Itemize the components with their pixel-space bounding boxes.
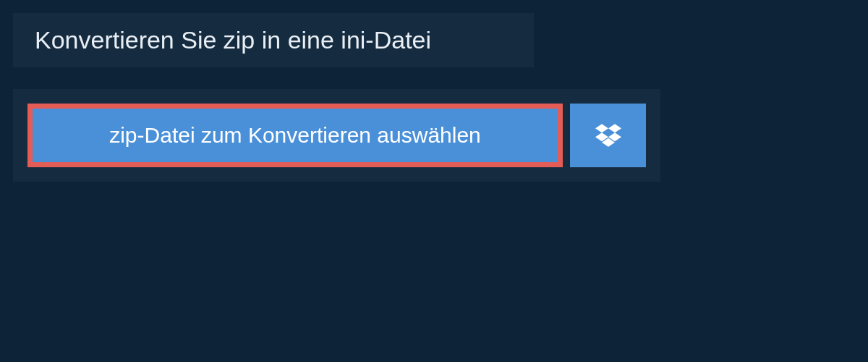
select-file-label: zip-Datei zum Konvertieren auswählen xyxy=(109,123,481,148)
select-file-button[interactable]: zip-Datei zum Konvertieren auswählen xyxy=(27,104,563,167)
dropbox-icon xyxy=(595,124,621,147)
upload-panel: zip-Datei zum Konvertieren auswählen xyxy=(13,89,660,182)
page-title: Konvertieren Sie zip in eine ini-Datei xyxy=(35,26,512,54)
dropbox-button[interactable] xyxy=(570,104,646,167)
header-bar: Konvertieren Sie zip in eine ini-Datei xyxy=(13,13,534,67)
